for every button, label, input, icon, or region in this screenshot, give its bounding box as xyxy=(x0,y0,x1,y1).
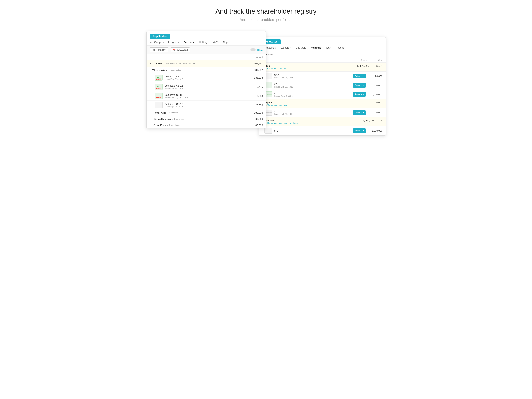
nav-ledgers[interactable]: Ledgers ▾ xyxy=(168,41,179,44)
chevron-down-icon: ▾ xyxy=(165,49,166,51)
meetscape-header: MeetScape View: Corporation summary · Ca… xyxy=(262,119,383,124)
james-gillis-meta: 1 certificate xyxy=(168,112,178,114)
common-section-value: 1,907,247 xyxy=(252,62,263,65)
p-cs2-date: Issued June 6, 2012 xyxy=(274,95,351,97)
p-nav-ledgers[interactable]: Ledgers ▾ xyxy=(280,46,291,49)
s1-name: S-1 xyxy=(274,129,351,132)
common-section-meta: 10 certificates · 18.0M authorized xyxy=(165,63,195,65)
pro-forma-label: Pro forma off xyxy=(152,49,165,51)
nojimo-company-row: Nojimo View: Corporation summary 10,820,… xyxy=(259,63,386,72)
s1-value: 1,000,000 xyxy=(368,129,383,132)
james-gillis-value: 833,333 xyxy=(254,111,263,114)
cert-cs10-name: Certificate CS-10 xyxy=(165,103,255,105)
portfolios-table-header: Shares Cost xyxy=(259,58,386,63)
cert-cs1-date: Issued Jan 31, 2013 xyxy=(165,78,254,80)
cap-tables-window: Cap Tables MeetScape ▾ Ledgers ▾ Cap tab… xyxy=(146,31,266,128)
page-heading: And track the shareholder registry xyxy=(4,7,528,15)
meetscape-link: View: Corporation summary · Cap table xyxy=(262,122,298,124)
portfolios-nav: MeetScape ▾ Ledgers ▾ Cap table Holdings… xyxy=(259,44,386,51)
common-section-row: ▼ Common 10 certificates · 18.0M authori… xyxy=(147,60,266,67)
duelplay-corp-summary-link[interactable]: Corporation summary xyxy=(267,104,287,106)
meetscape-total-cost: $ xyxy=(381,119,382,122)
cap-tables-title: Cap Tables xyxy=(150,34,170,39)
nav-409a[interactable]: 409A xyxy=(213,41,219,44)
cert-cs11-icon: VESTING xyxy=(155,84,163,90)
cert-cs11-date: Issued Jun 18, 2014 xyxy=(165,87,255,89)
nojimo-cs1-row: CS-1 Issued Oct. 16, 2013 Actions ▾ 800,… xyxy=(259,81,386,90)
cert-cs1-name: Certificate CS-1 xyxy=(165,75,254,78)
portfolios-title-bar: Portfolios xyxy=(259,37,386,44)
nav-meetscape[interactable]: MeetScape ▾ xyxy=(150,41,164,44)
cap-tables-toolbar: Pro forma off ▾ 📅 06/23/2014 Today xyxy=(147,46,266,54)
cert-cs8-date: Issued Jan 02, 2014 · EIP xyxy=(165,96,257,99)
meetscape-company-row: MeetScape View: Corporation summary · Ca… xyxy=(259,117,386,126)
sa2-date: Issued Oct. 16, 2013 xyxy=(274,113,351,115)
p-cs2-value: 10,000,000 xyxy=(368,93,383,96)
p-cs1-value: 800,000 xyxy=(368,84,383,87)
nojimo-corp-summary-link[interactable]: Corporation summary xyxy=(267,67,287,70)
screenshots-container: Cap Tables MeetScape ▾ Ledgers ▾ Cap tab… xyxy=(0,27,532,143)
s1-actions-button[interactable]: Actions ▾ xyxy=(353,128,366,133)
page-header: And track the shareholder registry And t… xyxy=(0,0,532,27)
expand-icon[interactable]: ▼ xyxy=(150,62,152,65)
meetscape-totals: 1,000,000 $ xyxy=(363,119,382,122)
meetscape-total-shares: 1,000,000 xyxy=(363,119,374,122)
p-nav-cap-table[interactable]: Cap table xyxy=(296,46,306,49)
richard-macaulay-name: Richard Macaulay xyxy=(153,118,173,120)
p-cs1-name: CS-1 xyxy=(274,83,351,86)
meetscape-corp-summary-link[interactable]: Corporation summary xyxy=(267,122,287,124)
today-label: Today xyxy=(257,49,263,51)
cert-cs8-info: Certificate CS-8 Issued Jan 02, 2014 · E… xyxy=(165,94,257,99)
sa1-date: Issued Oct. 16, 2013 xyxy=(274,76,351,79)
sa1-info: SA-1 Issued Oct. 16, 2013 xyxy=(274,74,351,79)
sa1-name: SA-1 xyxy=(274,74,351,76)
calendar-icon: 📅 xyxy=(173,49,176,51)
p-cs2-actions-button[interactable]: Actions ▾ xyxy=(353,92,366,97)
meetscape-s1-row: S-1 Actions ▾ 1,000,000 xyxy=(259,126,386,135)
cap-tables-title-bar: Cap Tables xyxy=(147,32,266,39)
today-toggle[interactable] xyxy=(250,48,256,51)
p-nav-reports[interactable]: Reports xyxy=(336,46,344,49)
page-subheading: And the shareholders portfolios. xyxy=(4,18,528,22)
portfolios-window: Portfolios MeetScape ▾ Ledgers ▾ Cap tab… xyxy=(259,37,386,136)
richard-macaulay-row: › Richard Macaulay 1 certificate 66,666 xyxy=(147,116,266,122)
emily-wilson-value: 880,082 xyxy=(254,69,263,71)
common-section-name: Common xyxy=(153,62,163,65)
sa2-name: SA-2 xyxy=(274,110,351,113)
p-nav-409a[interactable]: 409A xyxy=(326,46,331,49)
nav-cap-table[interactable]: Cap table xyxy=(184,41,195,44)
sa2-actions-button[interactable]: Actions ▾ xyxy=(353,110,366,115)
cost-header: Cost xyxy=(378,59,383,61)
cert-cs1-icon: VESTING xyxy=(155,75,163,81)
table-column-header: Vested xyxy=(147,54,266,60)
expand-icon[interactable]: ▼ xyxy=(152,69,154,71)
cert-cs8-row: VESTING Certificate CS-8 Issued Jan 02, … xyxy=(147,91,266,101)
p-cs1-date: Issued Oct. 16, 2013 xyxy=(274,86,351,88)
steve-forbes-value: 66,666 xyxy=(255,124,263,127)
today-toggle-area[interactable]: Today xyxy=(250,48,263,51)
nojimo-totals: 10,820,000 $0.01 xyxy=(357,64,383,67)
date-button[interactable]: 📅 06/23/2014 xyxy=(171,47,190,52)
p-nav-holdings[interactable]: Holdings xyxy=(310,46,321,49)
cap-tables-content: Vested ▼ Common 10 certificates · 18.0M … xyxy=(147,54,266,128)
s1-icon xyxy=(264,128,272,134)
cert-cs10-icon xyxy=(155,102,163,108)
nav-reports[interactable]: Reports xyxy=(223,41,232,44)
emily-wilson-meta: 4 certificates xyxy=(169,69,181,71)
p-cs1-actions-button[interactable]: Actions ▾ xyxy=(353,83,366,88)
cert-cs8-name: Certificate CS-8 xyxy=(165,94,257,96)
sa1-actions-button[interactable]: Actions ▾ xyxy=(353,74,366,78)
meetscape-cap-table-link[interactable]: Cap table xyxy=(289,122,298,124)
nav-holdings[interactable]: Holdings xyxy=(199,41,209,44)
james-gillis-name: James Gillis xyxy=(153,111,166,114)
cert-cs8-value: 8,333 xyxy=(257,95,263,97)
emily-wilson-name: Emily Wilson xyxy=(154,69,168,71)
james-gillis-row: › James Gillis 1 certificate 833,333 xyxy=(147,110,266,116)
richard-macaulay-value: 66,666 xyxy=(255,118,263,120)
duelplay-total-shares: 400,000 xyxy=(374,101,383,104)
pro-forma-button[interactable]: Pro forma off ▾ xyxy=(150,47,169,52)
cert-cs10-value: 28,000 xyxy=(255,104,263,107)
nojimo-header: Nojimo View: Corporation summary 10,820,… xyxy=(262,64,383,70)
cert-cs11-row: VESTING Certificate CS-11 Issued Jun 18,… xyxy=(147,82,266,91)
cert-cs10-date: Issued Apr 01, 2014 xyxy=(165,105,255,108)
